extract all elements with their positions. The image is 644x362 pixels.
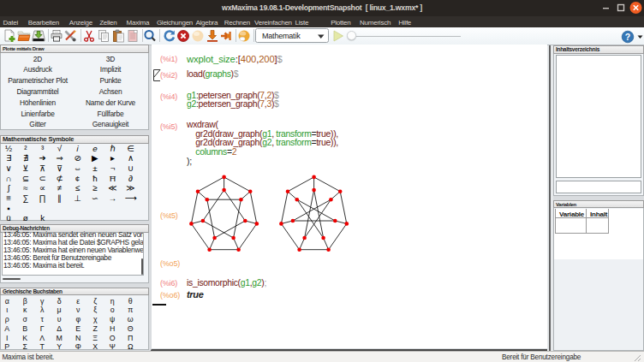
svg-text:?: ? bbox=[625, 32, 630, 42]
